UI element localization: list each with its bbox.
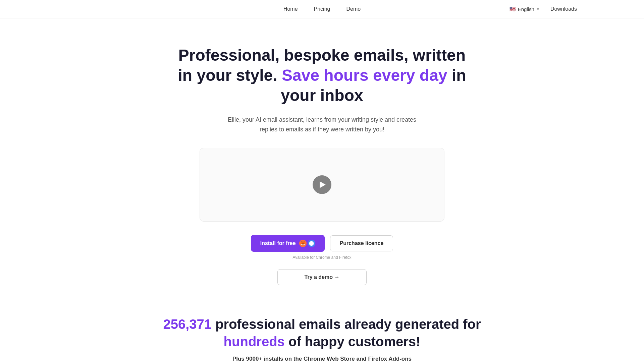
hero-title-accent: Save hours every day	[282, 66, 447, 84]
chevron-down-icon: ▼	[536, 7, 540, 11]
stats-title-end: of happy customers!	[288, 334, 420, 349]
stats-section: 256,371 professional emails already gene…	[0, 292, 644, 362]
browser-icons: 🦊 ⬤	[299, 240, 315, 247]
stat-number: 256,371	[163, 317, 212, 331]
chrome-icon: ⬤	[308, 240, 315, 247]
language-label: English	[518, 6, 534, 12]
play-icon	[320, 181, 326, 188]
nav-link-home[interactable]: Home	[283, 6, 298, 12]
nav-right: 🇺🇸 English ▼ Downloads	[509, 6, 577, 12]
cta-buttons: Install for free 🦊 ⬤ Purchase licence	[7, 235, 637, 252]
demo-label: Try a demo →	[305, 274, 340, 280]
language-selector[interactable]: 🇺🇸 English ▼	[509, 6, 540, 12]
install-button[interactable]: Install for free 🦊 ⬤	[251, 235, 325, 252]
stats-subtitle: Plus 9000+ installs on the Chrome Web St…	[7, 356, 637, 362]
purchase-label: Purchase licence	[340, 240, 384, 246]
navigation: Home Pricing Demo 🇺🇸 English ▼ Downloads	[0, 0, 644, 18]
hero-section: Professional, bespoke emails, written in…	[171, 18, 473, 222]
cta-section: Install for free 🦊 ⬤ Purchase licence Av…	[0, 222, 644, 292]
available-text: Available for Chrome and Firefox	[7, 255, 637, 260]
install-label: Install for free	[260, 240, 296, 246]
stat-word: hundreds	[224, 334, 285, 349]
hero-title: Professional, bespoke emails, written in…	[178, 45, 466, 106]
stats-title: 256,371 professional emails already gene…	[7, 315, 637, 350]
demo-button[interactable]: Try a demo →	[277, 269, 367, 285]
video-container	[200, 148, 444, 222]
play-button[interactable]	[313, 175, 331, 194]
nav-left: Home Pricing Demo	[283, 6, 361, 12]
firefox-icon: 🦊	[299, 240, 307, 247]
flag-icon: 🇺🇸	[509, 6, 516, 12]
purchase-button[interactable]: Purchase licence	[330, 235, 393, 251]
stats-title-mid: professional emails already generated fo…	[215, 317, 481, 331]
hero-subtitle: Ellie, your AI email assistant, learns f…	[221, 115, 423, 134]
nav-link-pricing[interactable]: Pricing	[314, 6, 330, 12]
nav-link-downloads[interactable]: Downloads	[550, 6, 577, 12]
nav-link-demo[interactable]: Demo	[346, 6, 361, 12]
